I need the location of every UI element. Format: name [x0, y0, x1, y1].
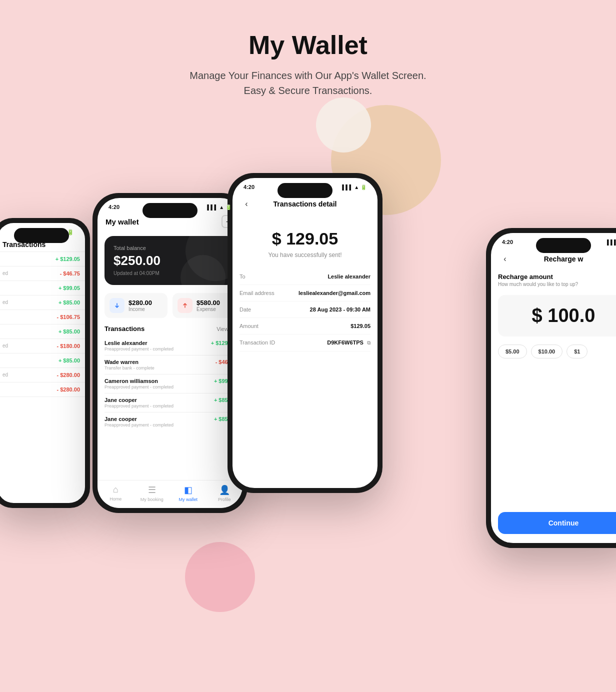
expense-icon — [178, 298, 192, 313]
nav-my-booking[interactable]: ☰ My booking — [134, 484, 170, 502]
phone3-time: 4:20 — [244, 184, 254, 190]
income-stat-card: $280.00 Income — [104, 293, 168, 318]
bottom-navigation: ⌂ Home ☰ My booking ◧ My wallet 👤 Profil… — [98, 480, 242, 508]
phone2-status-icons: ▌▌▌ ▲ 🔋 — [207, 204, 232, 210]
list-item: Jane cooperPreapproved payment - complet… — [104, 412, 236, 431]
nav-booking-label: My booking — [140, 497, 164, 502]
list-item: + $85.00 — [0, 324, 85, 339]
list-item: ed- $46.75 — [0, 266, 85, 281]
dynamic-island-1 — [14, 228, 69, 243]
dynamic-island-4 — [536, 238, 591, 253]
phone2-screen: 4:20 ▌▌▌ ▲ 🔋 My wallet + Total balance $… — [98, 198, 242, 508]
list-item: + $99.05 — [0, 281, 85, 296]
detail-amount-section: $ 129.05 You have successfully sent! — [232, 215, 378, 268]
recharge-amount-value: $ 100.0 — [508, 305, 616, 326]
balance-label: Total balance — [114, 245, 226, 251]
transactions-section-header: Transactions View all — [104, 325, 236, 332]
list-item: Jane cooperPreapproved payment - complet… — [104, 394, 236, 412]
transactions-section: Transactions View all Leslie alexanderPr… — [98, 322, 242, 434]
phone-recharge: 4:20 ▌▌▌ 🔋 ‹ Recharge w Recharge amount … — [486, 228, 616, 548]
detail-row-transaction-id: Transaction ID D9KF6W6TPS ⧉ — [240, 334, 370, 352]
list-item: - $106.75 — [0, 310, 85, 324]
list-item: Cameron williamsonPreapproved payment - … — [104, 374, 236, 394]
phone-transactions-partial: ▌▌▌ 🔋 Transactions + $129.05 ed- $46.75 … — [0, 218, 90, 508]
expense-stat-info: $580.00 Expense — [196, 299, 220, 312]
profile-icon: 👤 — [219, 484, 230, 496]
preset-10-button[interactable]: $10.00 — [531, 344, 563, 358]
list-item: Wade warrenTransfer bank - complete - $4… — [104, 356, 236, 374]
dynamic-island-3 — [278, 183, 332, 198]
recharge-amount-label: Recharge amount — [498, 273, 616, 280]
income-amount: $280.00 — [128, 299, 152, 306]
preset-other-button[interactable]: $1 — [566, 344, 588, 358]
expense-label: Expense — [196, 306, 220, 312]
recharge-back-button[interactable]: ‹ — [498, 252, 512, 266]
phone3-status-icons: ▌▌▌ ▲ 🔋 — [342, 184, 366, 190]
preset-5-button[interactable]: $5.00 — [498, 344, 527, 358]
detail-row-date: Date 28 Aug 2023 - 09:30 AM — [240, 302, 370, 318]
income-stat-info: $280.00 Income — [128, 299, 152, 312]
phone1-transactions-list: + $129.05 ed- $46.75 + $99.05 ed+ $85.00… — [0, 252, 85, 397]
phone4-screen: 4:20 ▌▌▌ 🔋 ‹ Recharge w Recharge amount … — [491, 233, 616, 543]
phone4-time: 4:20 — [502, 239, 513, 245]
detail-rows: To Leslie alexander Email address leslie… — [232, 268, 378, 352]
nav-home-label: Home — [110, 496, 122, 502]
wallet-icon: ◧ — [184, 484, 192, 496]
page-title: My Wallet — [10, 30, 606, 60]
list-item: - $280.00 — [0, 382, 85, 397]
recharge-sub-label: How much would you like to top up? — [498, 282, 616, 287]
home-icon: ⌂ — [113, 484, 118, 495]
detail-row-amount: Amount $129.05 — [240, 318, 370, 334]
copy-icon[interactable]: ⧉ — [367, 340, 370, 346]
phone-my-wallet: 4:20 ▌▌▌ ▲ 🔋 My wallet + Total balance $… — [92, 193, 248, 513]
transactions-section-title: Transactions — [104, 325, 144, 332]
phone1-screen: ▌▌▌ 🔋 Transactions + $129.05 ed- $46.75 … — [0, 223, 85, 503]
detail-status-text: You have successfully sent! — [240, 252, 370, 258]
detail-row-to: To Leslie alexander — [240, 268, 370, 285]
booking-icon: ☰ — [148, 484, 156, 496]
wallet-balance-card: Total balance $250.00 Updated at 04:00PM — [104, 236, 236, 285]
list-item: Leslie alexanderPreapproved payment - co… — [104, 336, 236, 356]
recharge-label-section: Recharge amount How much would you like … — [491, 270, 616, 290]
preset-amounts-row: $5.00 $10.00 $1 — [491, 342, 616, 362]
detail-screen-title: Transactions detail — [274, 200, 337, 208]
recharge-amount-display: $ 100.0 — [498, 295, 616, 336]
page-subtitle: Manage Your Finances with Our App's Wall… — [178, 68, 438, 98]
nav-wallet-label: My wallet — [178, 497, 198, 502]
updated-text: Updated at 04:00PM — [114, 270, 226, 276]
expense-stat-card: $580.00 Expense — [172, 293, 236, 318]
balance-amount: $250.00 — [114, 253, 226, 268]
detail-row-email: Email address lesliealexander@gmail.com — [240, 285, 370, 302]
recharge-screen-title: Recharge w — [544, 255, 584, 263]
detail-amount-value: $ 129.05 — [240, 229, 370, 248]
expense-amount: $580.00 — [196, 299, 220, 306]
phones-container: ▌▌▌ 🔋 Transactions + $129.05 ed- $46.75 … — [0, 128, 616, 578]
nav-home[interactable]: ⌂ Home — [98, 484, 134, 502]
income-label: Income — [128, 306, 152, 312]
list-item: + $129.05 — [0, 252, 85, 266]
phone3-screen: 4:20 ▌▌▌ ▲ 🔋 ‹ Transactions detail $ 129… — [232, 178, 378, 488]
income-icon — [110, 298, 124, 313]
phone4-status-icons: ▌▌▌ 🔋 — [607, 240, 616, 245]
stats-row: $280.00 Income $580.00 Expense — [98, 289, 242, 322]
dynamic-island-2 — [142, 203, 198, 218]
page-header: My Wallet Manage Your Finances with Our … — [0, 0, 616, 118]
nav-profile-label: Profile — [218, 497, 231, 502]
nav-my-wallet[interactable]: ◧ My wallet — [170, 484, 206, 502]
list-item: + $85.00 — [0, 354, 85, 368]
list-item: ed+ $85.00 — [0, 296, 85, 310]
phone2-time: 4:20 — [108, 204, 120, 210]
list-item: ed- $180.00 — [0, 339, 85, 354]
phone-transaction-detail: 4:20 ▌▌▌ ▲ 🔋 ‹ Transactions detail $ 129… — [228, 173, 382, 493]
continue-button[interactable]: Continue — [498, 512, 616, 534]
list-item: ed- $280.00 — [0, 368, 85, 382]
phone2-title: My wallet — [106, 218, 139, 226]
